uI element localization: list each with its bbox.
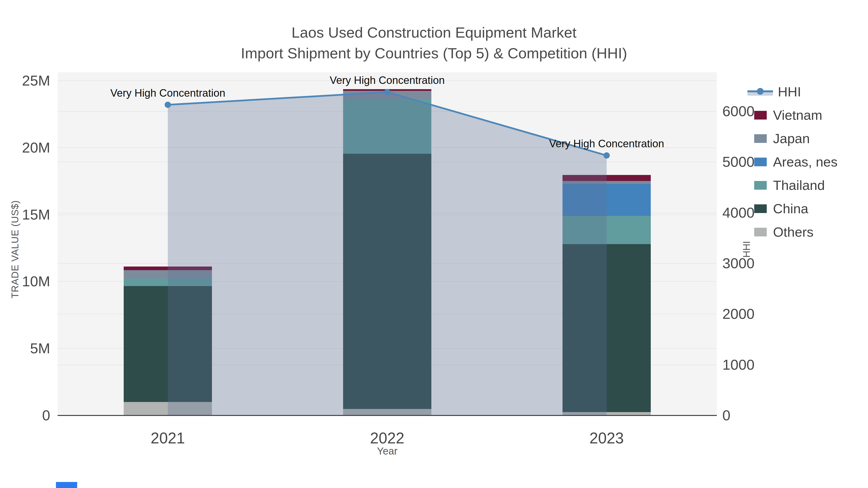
hhi-marker-2023[interactable] bbox=[603, 152, 610, 159]
y-right-tick-2000: 2000 bbox=[722, 307, 795, 321]
legend-item-hhi[interactable]: HHI bbox=[747, 80, 863, 103]
annotation-2023: Very High Concentration bbox=[549, 138, 664, 150]
legend-swatch-japan bbox=[754, 134, 767, 143]
hhi-line-legend-icon bbox=[747, 87, 773, 97]
legend-item-china[interactable]: China bbox=[747, 197, 863, 220]
hhi-marker-2022[interactable] bbox=[384, 89, 390, 95]
legend-swatch-thailand bbox=[754, 181, 767, 190]
y-left-tick-0: 0 bbox=[0, 408, 50, 423]
annotation-2022: Very High Concentration bbox=[330, 74, 445, 86]
y-left-tick-15M: 15M bbox=[0, 207, 50, 222]
legend-swatch-areas-nes bbox=[754, 158, 767, 166]
chart-title-line2: Import Shipment by Countries (Top 5) & C… bbox=[0, 43, 868, 64]
y-left-tick-25M: 25M bbox=[0, 73, 50, 88]
legend-item-japan[interactable]: Japan bbox=[747, 127, 863, 150]
legend: HHIVietnamJapanAreas, nesThailandChinaOt… bbox=[747, 80, 863, 243]
x-tick-2021: 2021 bbox=[120, 430, 216, 446]
legend-swatch-vietnam bbox=[754, 111, 767, 120]
legend-swatch-others bbox=[754, 228, 767, 236]
hhi-import-chart: Laos Used Construction Equipment Market … bbox=[0, 0, 868, 488]
x-tick-2023: 2023 bbox=[558, 430, 655, 446]
legend-item-vietnam[interactable]: Vietnam bbox=[747, 103, 863, 127]
y-axis-left-title: TRADE VALUE (US$) bbox=[10, 199, 21, 300]
hhi-area-fill bbox=[168, 92, 607, 416]
x-tick-2022: 2022 bbox=[339, 430, 435, 446]
legend-item-others[interactable]: Others bbox=[747, 220, 863, 243]
chart-title-line1: Laos Used Construction Equipment Market bbox=[0, 22, 868, 43]
legend-label-vietnam: Vietnam bbox=[773, 107, 822, 123]
y-left-tick-5M: 5M bbox=[0, 341, 50, 356]
y-right-tick-1000: 1000 bbox=[722, 358, 795, 372]
legend-label-japan: Japan bbox=[773, 131, 810, 146]
hhi-marker-swatch bbox=[757, 88, 764, 95]
chart-title: Laos Used Construction Equipment Market … bbox=[0, 22, 868, 64]
legend-label-thailand: Thailand bbox=[773, 177, 825, 193]
legend-label-others: Others bbox=[773, 224, 813, 240]
legend-swatch-china bbox=[754, 204, 767, 213]
x-axis-line bbox=[58, 415, 717, 416]
annotation-2021: Very High Concentration bbox=[111, 87, 225, 99]
legend-label-china: China bbox=[773, 201, 808, 217]
legend-label-areas-nes: Areas, nes bbox=[773, 154, 838, 170]
legend-label-hhi: HHI bbox=[778, 84, 801, 100]
legend-item-areas-nes[interactable]: Areas, nes bbox=[747, 150, 863, 173]
y-left-tick-20M: 20M bbox=[0, 140, 50, 155]
bottom-left-accent-strip bbox=[56, 482, 77, 488]
y-right-tick-3000: 3000 bbox=[722, 256, 795, 271]
x-axis-title: Year bbox=[339, 445, 435, 457]
hhi-marker-2021[interactable] bbox=[165, 102, 171, 108]
hhi-line-layer bbox=[58, 72, 717, 416]
y-right-tick-0: 0 bbox=[722, 408, 795, 423]
y-left-tick-10M: 10M bbox=[0, 274, 50, 289]
legend-item-thailand[interactable]: Thailand bbox=[747, 173, 863, 197]
